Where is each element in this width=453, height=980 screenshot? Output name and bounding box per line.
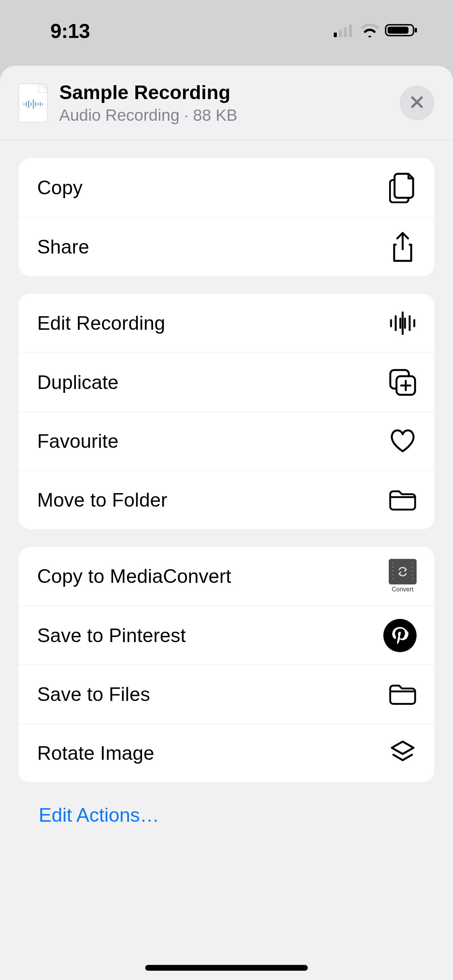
wifi-icon	[360, 23, 379, 39]
svg-rect-1	[339, 30, 342, 37]
status-icons	[334, 22, 430, 39]
mediaconvert-app-icon: Convert	[389, 559, 417, 594]
app-icon-caption: Convert	[392, 586, 414, 593]
folder-icon	[389, 680, 417, 708]
action-label: Save to Pinterest	[37, 624, 186, 647]
edit-actions-link[interactable]: Edit Actions…	[39, 804, 159, 826]
action-save-to-files[interactable]: Save to Files	[19, 665, 434, 723]
action-group-3: Copy to MediaConvert Convert Save to Pin…	[19, 547, 434, 782]
share-icon	[389, 233, 417, 261]
action-copy-to-mediaconvert[interactable]: Copy to MediaConvert Convert	[19, 547, 434, 606]
cellular-icon	[334, 23, 355, 39]
action-move-to-folder[interactable]: Move to Folder	[19, 470, 434, 529]
action-copy[interactable]: Copy	[19, 158, 434, 217]
file-subtitle: Audio Recording · 88 KB	[59, 106, 400, 125]
share-sheet: Sample Recording Audio Recording · 88 KB…	[0, 66, 453, 980]
home-indicator[interactable]	[145, 965, 308, 971]
stack-icon	[389, 739, 417, 767]
file-meta: Sample Recording Audio Recording · 88 KB	[48, 81, 400, 125]
pinterest-app-icon	[383, 619, 417, 652]
action-edit-recording[interactable]: Edit Recording	[19, 294, 434, 353]
action-label: Copy	[37, 176, 83, 199]
file-title: Sample Recording	[59, 81, 400, 104]
action-label: Move to Folder	[37, 489, 167, 511]
action-label: Favourite	[37, 430, 118, 452]
folder-icon	[389, 486, 417, 514]
sheet-header: Sample Recording Audio Recording · 88 KB	[0, 66, 453, 140]
action-groups: Copy Share	[0, 140, 453, 826]
action-rotate-image[interactable]: Rotate Image	[19, 723, 434, 782]
action-group-1: Copy Share	[19, 158, 434, 276]
svg-rect-2	[344, 27, 347, 37]
action-duplicate[interactable]: Duplicate	[19, 353, 434, 411]
action-label: Share	[37, 236, 89, 258]
action-share[interactable]: Share	[19, 217, 434, 276]
svg-rect-6	[415, 28, 417, 33]
action-favourite[interactable]: Favourite	[19, 411, 434, 470]
action-label: Rotate Image	[37, 742, 154, 764]
svg-rect-3	[349, 24, 352, 37]
close-button[interactable]	[400, 86, 434, 120]
action-label: Edit Recording	[37, 312, 165, 334]
waveform-icon	[389, 309, 417, 337]
edit-actions: Edit Actions…	[19, 800, 434, 826]
status-bar: 9:13	[0, 0, 453, 62]
duplicate-icon	[389, 368, 417, 396]
action-label: Copy to MediaConvert	[37, 565, 231, 588]
status-time: 9:13	[50, 19, 90, 43]
action-save-to-pinterest[interactable]: Save to Pinterest	[19, 606, 434, 665]
action-label: Save to Files	[37, 683, 150, 706]
battery-icon	[385, 22, 418, 39]
action-group-2: Edit Recording Duplicate	[19, 294, 434, 529]
close-icon	[409, 94, 425, 111]
heart-icon	[389, 427, 417, 455]
svg-rect-5	[388, 27, 408, 34]
svg-rect-0	[334, 33, 337, 37]
file-thumbnail	[19, 84, 48, 122]
copy-icon	[389, 174, 417, 202]
action-label: Duplicate	[37, 371, 118, 394]
